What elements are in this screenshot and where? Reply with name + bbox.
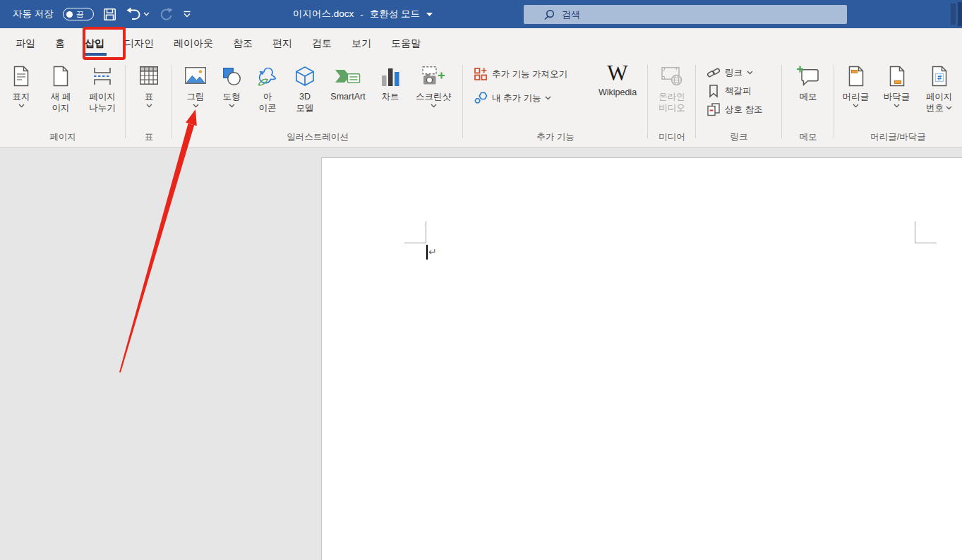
undo-button[interactable] xyxy=(126,7,150,21)
picture-icon xyxy=(184,65,208,86)
search-icon xyxy=(543,9,555,20)
button-label: 차트 xyxy=(382,91,399,102)
button-label: Wikipedia xyxy=(599,87,637,98)
group-label-header-footer: 머리글/바닥글 xyxy=(834,131,962,143)
redo-icon xyxy=(159,7,174,21)
save-icon xyxy=(103,8,116,21)
bookmark-button[interactable]: 책갈피 xyxy=(703,83,782,99)
tab-label: 검토 xyxy=(312,37,332,50)
online-video-button-disabled: 온라인 비디오 xyxy=(652,63,692,114)
chevron-down-icon xyxy=(946,106,952,110)
blank-page-icon xyxy=(50,65,71,87)
shapes-button[interactable]: 도형 xyxy=(215,63,248,114)
chevron-down-icon xyxy=(193,104,199,108)
autosave-label: 자동 저장 xyxy=(13,8,54,20)
tab-label: 참조 xyxy=(233,37,253,50)
tab-label: 편지 xyxy=(272,37,292,50)
comment-button[interactable]: 메모 xyxy=(789,63,827,102)
page-break-button[interactable]: 페이지 나누기 xyxy=(82,63,123,114)
link-icon xyxy=(707,66,721,80)
customize-quick-access-button[interactable] xyxy=(183,11,191,18)
3d-models-button[interactable]: 3D 모델 xyxy=(287,63,323,114)
tab-file[interactable]: 파일 xyxy=(6,28,45,59)
smartart-button[interactable]: SmartArt xyxy=(325,63,371,114)
document-title: 이지어스.docx - 호환성 모드 xyxy=(293,0,433,28)
save-button[interactable] xyxy=(103,8,116,21)
button-label: 페이지 xyxy=(926,91,953,102)
tab-label: 삽입 xyxy=(85,37,104,50)
footer-icon xyxy=(887,65,907,87)
comment-icon xyxy=(796,65,820,87)
my-addins-button[interactable]: 내 추가 기능 xyxy=(470,90,582,106)
chevron-down-icon xyxy=(146,104,152,108)
window-edge-decoration xyxy=(951,4,956,25)
button-label: 메모 xyxy=(800,91,817,102)
title-dropdown-icon[interactable] xyxy=(426,13,433,16)
my-addins-icon xyxy=(474,91,488,105)
tab-insert[interactable]: 삽입 xyxy=(75,28,114,59)
online-video-icon xyxy=(659,65,685,87)
search-input[interactable]: 검색 xyxy=(524,5,847,24)
footer-button[interactable]: 바닥글 xyxy=(878,63,916,114)
chevron-down-icon xyxy=(18,104,25,108)
table-button[interactable]: 표 xyxy=(132,63,166,108)
customize-toolbar-icon xyxy=(183,11,191,18)
blank-page-button[interactable]: 새 페 이지 xyxy=(42,63,79,114)
button-label: 페이지 나누기 xyxy=(89,91,116,114)
chart-button[interactable]: 차트 xyxy=(373,63,407,114)
margin-mark-top-left-horizontal xyxy=(404,243,426,243)
ribbon: 표지 새 페 이지 페이지 나누기 페이지 표 표 xyxy=(0,59,962,148)
tab-review[interactable]: 검토 xyxy=(302,28,342,59)
table-icon xyxy=(138,65,160,86)
button-label: 표 xyxy=(145,91,154,102)
tab-label: 레이아웃 xyxy=(174,37,213,50)
search-placeholder: 검색 xyxy=(562,8,580,21)
tab-design[interactable]: 디자인 xyxy=(114,28,164,59)
margin-mark-top-right-horizontal xyxy=(915,243,937,243)
tab-label: 보기 xyxy=(351,37,371,50)
toggle-knob xyxy=(66,11,73,18)
tab-layout[interactable]: 레이아웃 xyxy=(164,28,223,59)
cross-reference-icon xyxy=(707,102,721,116)
picture-button[interactable]: 그림 xyxy=(179,63,212,114)
cover-page-icon xyxy=(11,65,32,87)
document-title-text: 이지어스.docx xyxy=(293,8,354,20)
button-label: 링크 xyxy=(725,67,742,79)
cross-reference-button[interactable]: 상호 참조 xyxy=(703,101,782,118)
ribbon-group-table: 표 표 xyxy=(126,59,172,147)
3d-model-cube-icon xyxy=(294,65,316,87)
undo-dropdown-icon[interactable] xyxy=(143,12,150,16)
button-label: 바닥글 xyxy=(884,91,910,102)
button-label: 스크린샷 xyxy=(416,91,451,102)
screenshot-button[interactable]: 스크린샷 xyxy=(410,63,457,114)
tab-home[interactable]: 홈 xyxy=(45,28,75,59)
tab-mailings[interactable]: 편지 xyxy=(263,28,302,59)
wikipedia-button[interactable]: W Wikipedia xyxy=(587,59,648,106)
margin-mark-top-left-vertical xyxy=(426,221,426,243)
text-cursor xyxy=(426,245,428,260)
tab-help[interactable]: 도움말 xyxy=(381,28,431,59)
screenshot-icon xyxy=(421,65,446,87)
compatibility-mode-label: 호환성 모드 xyxy=(370,8,420,20)
autosave-state: 끔 xyxy=(76,9,84,20)
group-label-media: 미디어 xyxy=(648,131,696,143)
get-addins-button[interactable]: 추가 기능 가져오기 xyxy=(470,66,582,83)
shapes-icon xyxy=(220,65,243,87)
link-button[interactable]: 링크 xyxy=(703,64,782,81)
ribbon-group-comments: 메모 메모 xyxy=(782,59,834,147)
autosave-toggle[interactable]: 끔 xyxy=(63,8,94,20)
icons-button[interactable]: 아 이콘 xyxy=(251,63,284,114)
tab-references[interactable]: 참조 xyxy=(223,28,263,59)
page-number-button[interactable]: # 페이지 번호 xyxy=(919,63,960,114)
tab-label: 홈 xyxy=(55,37,65,50)
tab-view[interactable]: 보기 xyxy=(342,28,381,59)
button-label: 상호 참조 xyxy=(725,104,762,116)
chevron-down-icon xyxy=(853,104,859,108)
ribbon-tab-bar: 파일 홈 삽입 디자인 레이아웃 참조 편지 검토 보기 도움말 xyxy=(0,28,962,59)
header-button[interactable]: 머리글 xyxy=(837,63,875,114)
ribbon-group-illustrations: 그림 도형 아 이콘 3D 모델 SmartArt 차 xyxy=(172,59,463,147)
group-label-addins: 추가 기능 xyxy=(463,131,648,143)
cover-page-button[interactable]: 표지 xyxy=(3,63,40,114)
document-page[interactable]: ↵ xyxy=(321,157,962,560)
svg-text:#: # xyxy=(937,73,941,82)
